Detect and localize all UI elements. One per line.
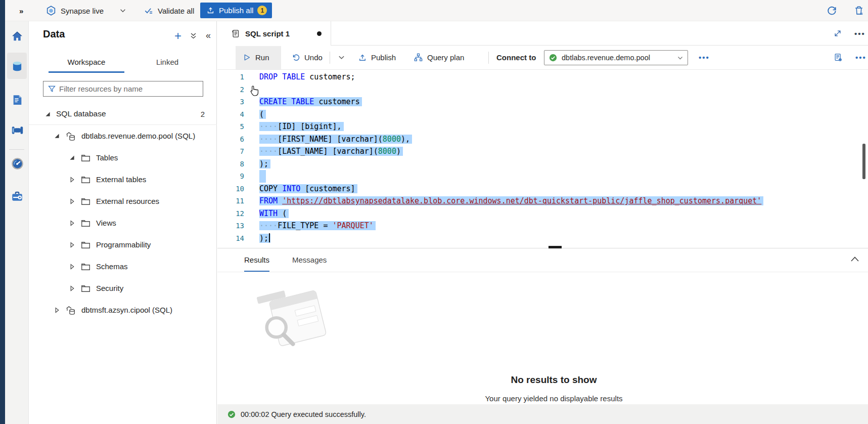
tree-item-views[interactable]: Views xyxy=(29,212,217,234)
no-results-illustration-icon xyxy=(240,280,341,356)
code-line-1[interactable]: 1DROP TABLE customers; xyxy=(217,71,868,83)
collapsed-expander-icon[interactable] xyxy=(68,177,75,183)
expand-editor-icon[interactable] xyxy=(833,29,842,38)
tree-item-external-resources[interactable]: External resources xyxy=(29,190,217,212)
window-edge-stripe xyxy=(0,0,5,424)
develop-icon xyxy=(11,94,24,106)
selection-highlight: CREATE TABLE customers xyxy=(259,97,360,106)
query-plan-button[interactable]: Query plan xyxy=(414,46,464,69)
tree-item-label: Programmability xyxy=(96,240,151,249)
properties-icon[interactable] xyxy=(833,46,843,69)
empty-state-subtitle: Your query yielded no displayable result… xyxy=(240,394,868,403)
code-line-12[interactable]: 12WITH ( xyxy=(217,207,868,220)
tree-item-label: dbtlabs.revenue.demo.pool (SQL) xyxy=(81,132,195,140)
folder-icon xyxy=(80,153,91,162)
publish-button[interactable]: Publish xyxy=(358,46,396,69)
undo-icon xyxy=(291,53,300,62)
sql-code-editor[interactable]: 1DROP TABLE customers;23CREATE TABLE cus… xyxy=(217,70,868,248)
expanded-expander-icon[interactable] xyxy=(53,133,60,139)
data-explorer-panel: Data + « Workspace Linked SQL database2d… xyxy=(29,21,217,424)
collapsed-expander-icon[interactable] xyxy=(68,264,75,270)
editor-toolbar: Run Undo Publish Query plan Connect to d… xyxy=(217,46,868,70)
success-check-icon xyxy=(227,410,236,419)
expanded-expander-icon[interactable] xyxy=(44,111,51,117)
nav-item-home[interactable] xyxy=(10,29,24,44)
toolbar-more-icon[interactable]: ••• xyxy=(699,46,710,69)
add-resource-button[interactable]: + xyxy=(170,31,186,41)
collapse-all-icon[interactable] xyxy=(186,32,201,40)
code-line-3[interactable]: 3CREATE TABLE customers xyxy=(217,96,868,108)
mode-dropdown-chevron-icon[interactable] xyxy=(119,0,126,21)
filter-resources-input[interactable] xyxy=(58,84,203,94)
code-line-7[interactable]: 7····[LAST_NAME] [varchar](8000) xyxy=(217,145,868,158)
tab-more-actions-icon[interactable]: ••• xyxy=(854,29,865,38)
nav-item-database-hub[interactable] xyxy=(10,59,24,73)
no-results-empty-state: No results to show Your query yielded no… xyxy=(217,272,868,403)
code-line-5[interactable]: 5····[ID] [bigint], xyxy=(217,120,868,133)
discard-trash-icon[interactable] xyxy=(853,0,864,21)
code-line-8[interactable]: 8); xyxy=(217,158,868,171)
tree-item-sql-database[interactable]: SQL database2 xyxy=(29,103,217,125)
collapsed-expander-icon[interactable] xyxy=(68,285,75,291)
run-button[interactable]: Run xyxy=(243,46,269,69)
collapsed-expander-icon[interactable] xyxy=(53,307,60,313)
expanded-expander-icon[interactable] xyxy=(68,155,75,160)
results-tab-bar: Results Messages xyxy=(217,248,868,272)
tree-item-schemas[interactable]: Schemas xyxy=(29,256,217,277)
tree-item-external-tables[interactable]: External tables xyxy=(29,168,217,190)
code-line-9[interactable]: 9 xyxy=(217,170,868,183)
publish-all-button[interactable]: Publish all 1 xyxy=(200,3,272,18)
query-status-bar: 00:00:02 Query executed successfully. xyxy=(217,404,868,424)
line-number: 11 xyxy=(217,195,251,207)
connect-to-pool-dropdown[interactable]: dbtlabs.revenue.demo.pool xyxy=(544,50,688,65)
publish-upload-icon xyxy=(358,53,367,62)
code-line-13[interactable]: 13····FILE_TYPE = 'PARQUET' xyxy=(217,220,868,232)
folder-icon xyxy=(80,283,91,293)
editor-more-actions-icon[interactable]: ••• xyxy=(855,46,866,69)
tree-item-label: Tables xyxy=(96,153,118,162)
collapse-panel-icon[interactable]: « xyxy=(201,30,216,41)
tab-sql-script-1[interactable]: SQL script 1 xyxy=(217,21,331,46)
nav-item-monitor-hub[interactable] xyxy=(10,156,24,171)
code-line-11[interactable]: 11FROM 'https://dbtlabsynapsedatalake.bl… xyxy=(217,195,868,207)
tab-results[interactable]: Results xyxy=(244,248,269,272)
collapsed-expander-icon[interactable] xyxy=(68,220,75,226)
folder-icon xyxy=(80,262,91,271)
tab-linked[interactable]: Linked xyxy=(134,53,200,73)
tab-messages[interactable]: Messages xyxy=(292,248,327,272)
tree-item-dbtmsft-azsyn-cipool-sql[interactable]: dbtmsft.azsyn.cipool (SQL) xyxy=(29,299,217,321)
collapsed-expander-icon[interactable] xyxy=(68,198,75,204)
nav-item-develop-hub[interactable] xyxy=(10,93,24,107)
tab-title: SQL script 1 xyxy=(245,29,290,38)
tree-item-security[interactable]: Security xyxy=(29,277,217,299)
mode-selector[interactable]: Synapse live xyxy=(61,0,104,21)
code-line-2[interactable]: 2 xyxy=(217,83,868,96)
folder-icon xyxy=(80,196,91,206)
editor-scrollbar-thumb[interactable] xyxy=(862,144,865,179)
code-line-6[interactable]: 6····[FIRST_NAME] [varchar](8000), xyxy=(217,133,868,146)
code-line-4[interactable]: 4( xyxy=(217,108,868,121)
line-number: 8 xyxy=(217,158,251,171)
collapse-results-chevron-icon[interactable] xyxy=(850,256,859,263)
collapsed-expander-icon[interactable] xyxy=(68,242,75,248)
run-play-icon xyxy=(243,53,251,62)
tree-item-count: 2 xyxy=(201,110,217,118)
main-content: SQL script 1 ••• Run Undo Publish xyxy=(217,21,868,424)
nav-item-integrate-hub[interactable] xyxy=(10,123,24,137)
run-options-chevron-icon[interactable] xyxy=(338,46,345,69)
tab-workspace[interactable]: Workspace xyxy=(49,53,124,73)
tree-item-tables[interactable]: Tables xyxy=(29,147,217,168)
validate-all-button[interactable]: Validate all xyxy=(144,0,194,21)
tree-item-label: Security xyxy=(96,284,123,292)
code-line-14[interactable]: 14); xyxy=(217,232,868,245)
tree-item-dbtlabs-revenue-demo-pool-sql[interactable]: dbtlabs.revenue.demo.pool (SQL) xyxy=(29,125,217,147)
nav-item-manage-hub[interactable] xyxy=(10,189,24,203)
results-splitter-handle[interactable] xyxy=(549,246,562,248)
expand-sidebar-icon[interactable]: » xyxy=(19,0,22,21)
code-line-10[interactable]: 10COPY INTO [customers] xyxy=(217,183,868,195)
refresh-icon[interactable] xyxy=(826,0,838,21)
connected-check-icon xyxy=(549,53,558,62)
tree-item-label: dbtmsft.azsyn.cipool (SQL) xyxy=(81,306,172,314)
tree-item-programmability[interactable]: Programmability xyxy=(29,234,217,256)
undo-button[interactable]: Undo xyxy=(291,46,323,69)
